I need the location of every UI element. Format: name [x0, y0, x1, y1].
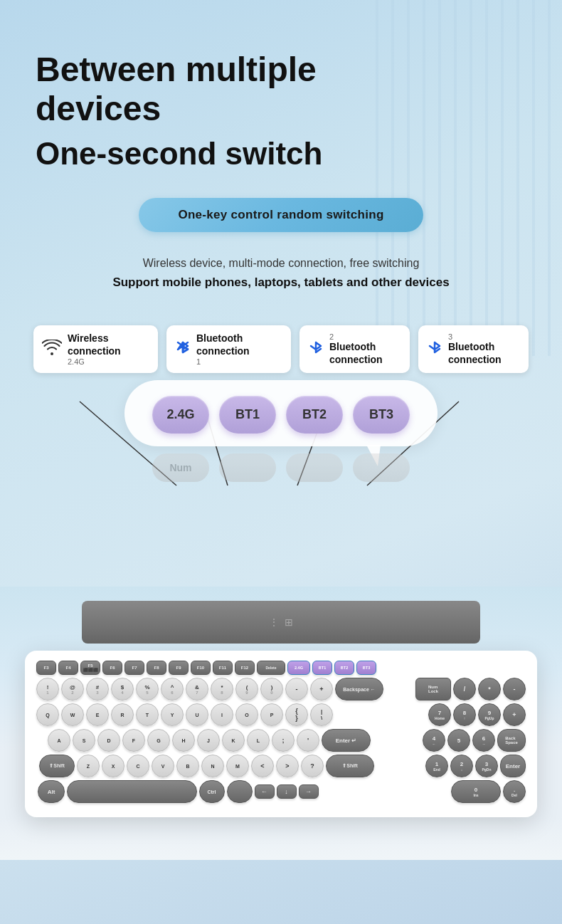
badge-wireless-label: Wireless connection — [68, 332, 149, 357]
key-np8: 8↑ — [453, 703, 476, 726]
key-dollar: $4 — [111, 678, 134, 700]
key-f: F — [122, 729, 145, 752]
key-at: @2 — [61, 678, 84, 700]
key-bubble: 2.4G BT1 BT2 BT3 — [124, 380, 438, 446]
stand-icon1: ⋮ — [269, 616, 279, 628]
key-rparen: )0 — [260, 678, 283, 700]
key-y: Y — [161, 703, 184, 726]
key-alt-l: Alt — [38, 780, 65, 803]
key-np9: 9PgUp — [478, 703, 501, 726]
pill-button[interactable]: One-key control random switching — [139, 198, 423, 232]
key-lparen: (9 — [235, 678, 258, 700]
num-row: !1 @2 #3 $4 %5 ^6 &7 *8 (9 )0 - + Backsp… — [36, 678, 526, 700]
key-star: *8 — [211, 678, 233, 700]
key-t: T — [136, 703, 159, 726]
key-backspace2: BackSpace — [497, 729, 526, 752]
key-blank — [227, 780, 253, 803]
key-e: E — [86, 703, 109, 726]
main-title: Between multiple devices — [36, 50, 541, 128]
title-line1: Between multiple — [36, 51, 317, 88]
key-f10: F10 — [191, 661, 211, 675]
key-num: Num — [152, 453, 209, 482]
key-np5: 5 — [447, 729, 470, 752]
bottom-row: Alt Ctrl ← ↓ → 0Ins .Del — [36, 780, 526, 803]
key-amp: &7 — [186, 678, 208, 700]
key-k: K — [222, 729, 245, 752]
badge-bt1: Bluetooth connection 1 — [166, 325, 291, 373]
key-24g-fn: 2.4G — [287, 661, 310, 675]
key-v: V — [152, 755, 174, 777]
key-l: L — [247, 729, 270, 752]
key-shift-l: ⇑Shift — [39, 755, 75, 777]
asdf-row: A S D F G H J K L ; ' Enter ↵ 4← 5 6→ Ba… — [36, 729, 526, 752]
key-bt2-fn: BT2 — [334, 661, 354, 675]
keyboard-render: F3 F4 F5⬛⬛⬛ F6 F7 F8 F9 F10 F11 F12 Dele… — [25, 651, 537, 817]
key-z: Z — [77, 755, 100, 777]
qwerty-row: Q W E R T Y U I O P {} |\ 7Home 8↑ 9PgUp… — [36, 703, 526, 726]
key-slash: ? — [301, 755, 324, 777]
wifi-icon — [42, 340, 62, 359]
tablet-stand: ⋮ ⊞ — [82, 601, 480, 644]
key-a: A — [48, 729, 70, 752]
key-o: O — [235, 703, 258, 726]
key-extra1 — [219, 453, 276, 482]
key-bt1: BT1 — [219, 396, 276, 434]
key-plus: + — [310, 678, 333, 700]
key-f6: F6 — [102, 661, 122, 675]
key-lt: < — [251, 755, 274, 777]
bluetooth3-icon — [427, 337, 442, 362]
key-d: D — [97, 729, 120, 752]
key-f5: F5⬛⬛⬛ — [80, 661, 100, 675]
key-np4: 4← — [423, 729, 445, 752]
key-delete-fn: Delete — [257, 661, 285, 675]
key-j: J — [197, 729, 220, 752]
key-np7: 7Home — [428, 703, 451, 726]
pill-label: One-key control random switching — [178, 208, 383, 221]
badge-bt1-number: 1 — [196, 357, 282, 366]
badge-bt1-text: Bluetooth connection 1 — [196, 332, 282, 366]
key-numlock: NumLock — [415, 678, 451, 700]
key-space — [67, 780, 197, 803]
key-np-slash: / — [453, 678, 476, 700]
badge-wireless-text: Wireless connection 2.4G — [68, 332, 149, 366]
key-u: U — [186, 703, 208, 726]
page-wrapper: Between multiple devices One-second swit… — [0, 0, 562, 924]
content-area: Between multiple devices One-second swit… — [0, 0, 562, 587]
badge-wireless: Wireless connection 2.4G — [33, 325, 158, 373]
badge-bt2-text: 2 Bluetooth connection — [329, 332, 383, 366]
key-gt: > — [276, 755, 299, 777]
badges-row: Wireless connection 2.4G Bluetooth conne… — [0, 311, 562, 373]
key-down: ↓ — [277, 784, 297, 799]
key-hash: #3 — [86, 678, 109, 700]
zxcv-row: ⇑Shift Z X C V B N M < > ? ⇑Shift 1End 2… — [36, 755, 526, 777]
key-n: N — [201, 755, 224, 777]
key-bt3-fn: BT3 — [356, 661, 376, 675]
key-bt1-fn: BT1 — [312, 661, 332, 675]
desc-line1: Wireless device, multi-mode connection, … — [21, 257, 541, 270]
key-np1: 1End — [425, 755, 448, 777]
bluetooth1-icon — [175, 337, 191, 362]
key-np-star: * — [478, 678, 501, 700]
key-right: → — [299, 784, 319, 799]
key-ctrl: Ctrl — [199, 780, 225, 803]
title-line2: devices — [36, 90, 161, 127]
key-shift-r: ⇑Shift — [326, 755, 374, 777]
key-i: I — [211, 703, 233, 726]
key-lbrace: {} — [285, 703, 308, 726]
key-m: M — [226, 755, 249, 777]
stand-icon2: ⊞ — [285, 616, 293, 628]
key-f3: F3 — [36, 661, 56, 675]
key-p: P — [260, 703, 283, 726]
description-section: Wireless device, multi-mode connection, … — [0, 253, 562, 311]
key-np-dot: .Del — [503, 780, 526, 803]
key-enter: Enter ↵ — [322, 729, 371, 752]
desc-line2: Support mobile phones, laptops, tablets … — [21, 275, 541, 290]
key-np6: 6→ — [472, 729, 495, 752]
key-r: R — [111, 703, 134, 726]
key-f7: F7 — [124, 661, 144, 675]
key-f8: F8 — [147, 661, 166, 675]
pill-button-wrap: One-key control random switching — [0, 198, 562, 232]
bubble-second-row: Num — [124, 446, 438, 482]
keyboard-bottom-section: ⋮ ⊞ F3 F4 F5⬛⬛⬛ F6 F7 F8 F9 F10 F11 F12 … — [0, 587, 562, 860]
badge-bt3: 3 Bluetooth connection — [418, 325, 529, 373]
